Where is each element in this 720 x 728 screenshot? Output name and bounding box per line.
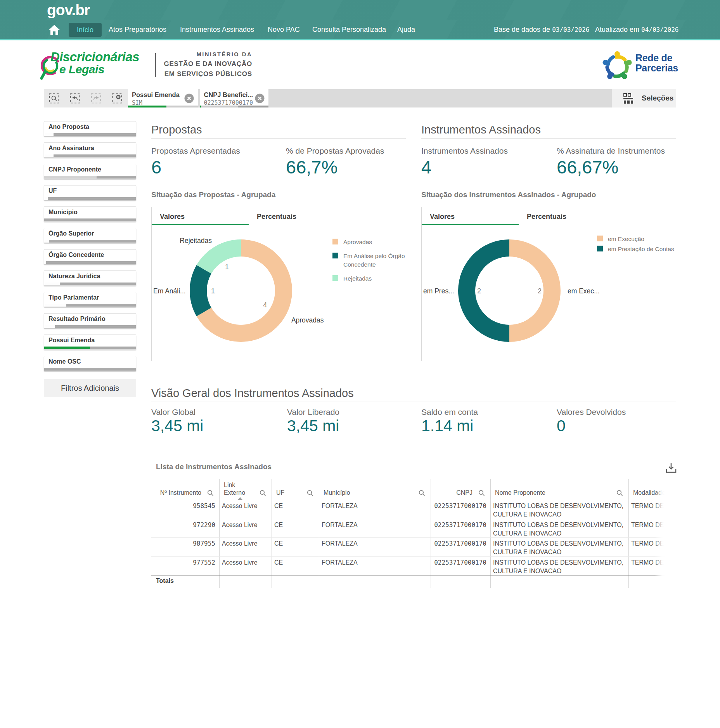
col-header-uf[interactable]: UF <box>272 479 319 500</box>
legend-swatch <box>332 275 338 281</box>
table-row[interactable]: 958545 Acesso Livre CE FORTALEZA 0225371… <box>151 500 665 519</box>
column-search-icon[interactable] <box>616 489 623 497</box>
ministry-line1: MINISTÉRIO DA <box>164 51 252 57</box>
tab-percentuais[interactable]: Percentuais <box>249 207 346 225</box>
govbr-logo[interactable]: gov.br <box>47 2 90 19</box>
column-search-icon[interactable] <box>259 489 267 497</box>
col-header-link-externo[interactable]: Link Externo <box>220 479 272 500</box>
step-back-icon[interactable] <box>70 93 80 104</box>
home-icon[interactable] <box>48 24 60 35</box>
sidebar-filter-label: Resultado Primário <box>44 314 136 322</box>
sidebar-filter-button[interactable]: Ano Assinatura <box>44 142 136 158</box>
sidebar-filter-selection-bar <box>44 154 136 157</box>
cell-municipio: FORTALEZA <box>319 557 431 575</box>
visao-kpi-value: 3,45 mi <box>151 417 203 435</box>
sidebar-filter-button[interactable]: Município <box>44 206 136 222</box>
nav-item[interactable]: Ajuda <box>397 20 415 39</box>
table-row[interactable]: 987955 Acesso Livre CE FORTALEZA 0225371… <box>151 538 665 557</box>
nav-item[interactable]: Instrumentos Assinados <box>180 20 254 39</box>
sidebar-filter-button[interactable]: Resultado Primário <box>44 313 136 328</box>
legend-swatch <box>597 246 603 251</box>
propostas-chart-legend: AprovadasEm Análise pelo Órgão Concedent… <box>332 238 412 288</box>
tab-valores-2[interactable]: Valores <box>422 207 519 225</box>
app-logo-subtitle: e Legais <box>59 63 104 76</box>
cell-municipio: FORTALEZA <box>319 519 431 538</box>
instrumentos-chart-panel: Valores Percentuais 2em Exec...2em Pres.… <box>421 207 676 361</box>
sidebar-filter-button[interactable]: Órgão Superior <box>44 228 136 243</box>
sort-ascending-icon <box>238 497 242 500</box>
cell-link-externo[interactable]: Acesso Livre <box>220 557 272 575</box>
cell-municipio: FORTALEZA <box>319 500 431 519</box>
sidebar-filter-button[interactable]: Nome OSC <box>44 356 136 371</box>
banner-info-date: 04/03/2026 <box>641 26 678 33</box>
cell-n-instrumento: 972290 <box>151 519 220 538</box>
more-filters-button[interactable]: Filtros Adicionais <box>44 379 136 397</box>
col-header-n-instrumento[interactable]: Nº Instrumento <box>151 479 220 500</box>
column-search-icon[interactable] <box>478 489 485 497</box>
sidebar-filter-button[interactable]: Natureza Jurídica <box>44 270 136 286</box>
search-selections-icon[interactable] <box>49 93 59 104</box>
nav-item[interactable]: Início <box>69 23 102 37</box>
propostas-chart-tabs: Valores Percentuais <box>152 207 406 225</box>
svg-text:1: 1 <box>225 263 229 271</box>
legend-item[interactable]: Aprovadas <box>332 238 412 246</box>
legend-item[interactable]: Rejeitadas <box>332 274 412 283</box>
sidebar-filter-button[interactable]: CNPJ Proponente <box>44 164 136 179</box>
sidebar-filter-button[interactable]: UF <box>44 185 136 200</box>
svg-text:Aprovadas: Aprovadas <box>291 316 324 324</box>
banner-info-label: Atualizado em <box>595 26 641 33</box>
clear-selections-icon[interactable] <box>112 93 122 104</box>
cell-cnpj: 02253717000170 <box>431 538 491 556</box>
cell-modalidade: TERMO DE F <box>629 500 665 519</box>
propostas-chart-title: Situação das Propostas - Agrupada <box>151 191 275 199</box>
sidebar-filter-button[interactable]: Tipo Parlamentar <box>44 292 136 307</box>
chip-close-icon[interactable] <box>255 94 265 103</box>
visao-kpi-label: Valor Global <box>151 407 196 417</box>
cell-uf: CE <box>272 557 319 575</box>
banner-info-text: Atualizado em 04/03/2026 <box>595 20 678 39</box>
legend-label: Rejeitadas <box>343 274 372 283</box>
col-header-modalidade[interactable]: Modalidade <box>629 479 665 500</box>
sidebar-filter-selection-bar <box>44 197 136 200</box>
sidebar-filter-button[interactable]: Possui Emenda <box>44 335 136 350</box>
step-forward-icon[interactable] <box>91 93 101 104</box>
download-icon[interactable] <box>665 462 677 474</box>
legend-item[interactable]: em Prestação de Contas <box>597 245 676 253</box>
legend-item[interactable]: em Execução <box>597 235 676 243</box>
cell-link-externo[interactable]: Acesso Livre <box>220 519 272 538</box>
column-search-icon[interactable] <box>306 489 314 497</box>
table-row[interactable]: 977552 Acesso Livre CE FORTALEZA 0225371… <box>151 557 665 576</box>
selections-button[interactable]: Seleções <box>612 89 676 107</box>
sidebar-filter-label: Possui Emenda <box>44 335 136 344</box>
nav-item[interactable]: Novo PAC <box>268 20 300 39</box>
col-header-municipio[interactable]: Município <box>319 479 431 500</box>
col-header-nome-proponente[interactable]: Nome Proponente <box>491 479 629 500</box>
nav-item[interactable]: Consulta Personalizada <box>312 20 386 39</box>
cell-link-externo[interactable]: Acesso Livre <box>220 500 272 519</box>
column-search-icon[interactable] <box>418 489 426 497</box>
table-row[interactable]: 972290 Acesso Livre CE FORTALEZA 0225371… <box>151 519 665 538</box>
sidebar-filter-selection-bar <box>44 176 136 179</box>
col-label: Modalidade <box>633 489 665 497</box>
column-search-icon[interactable] <box>207 489 214 497</box>
sidebar-filter-label: UF <box>44 185 136 194</box>
tab-valores[interactable]: Valores <box>152 207 249 225</box>
col-header-cnpj[interactable]: CNPJ <box>431 479 491 500</box>
cell-uf: CE <box>272 519 319 538</box>
selections-label: Seleções <box>642 94 673 102</box>
tab-percentuais-2[interactable]: Percentuais <box>519 207 616 225</box>
cell-link-externo[interactable]: Acesso Livre <box>220 538 272 556</box>
cell-modalidade: TERMO DE F <box>629 538 665 556</box>
table-header-row: Nº Instrumento Link Externo UF Município <box>151 479 665 500</box>
selection-chip[interactable]: CNPJ Benefici... 02253717000170 <box>200 89 269 107</box>
sidebar-filter-button[interactable]: Ano Proposta <box>44 121 136 136</box>
legend-item[interactable]: Em Análise pelo Órgão Concedente <box>332 252 412 269</box>
sidebar-filter-label: Nome OSC <box>44 356 136 365</box>
sidebar-filter-selection-bar <box>44 283 136 285</box>
sidebar-filter-button[interactable]: Órgão Concedente <box>44 249 136 264</box>
selection-chip[interactable]: Possui Emenda SIM <box>128 89 198 107</box>
chip-close-icon[interactable] <box>184 94 194 103</box>
col-label: UF <box>276 489 284 497</box>
masthead: Discricionárias e Legais MINISTÉRIO DA G… <box>0 40 720 89</box>
nav-item[interactable]: Atos Preparatórios <box>109 20 166 39</box>
